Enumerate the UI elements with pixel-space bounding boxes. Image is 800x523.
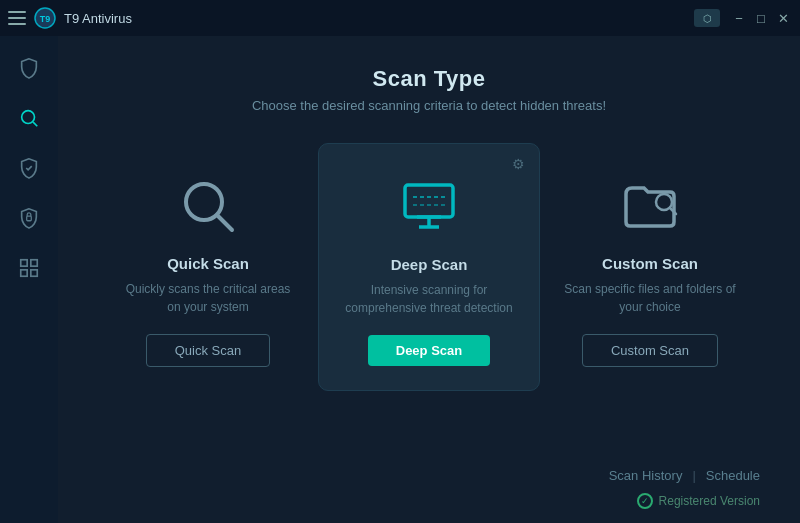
shield-icon [18, 57, 40, 84]
svg-rect-11 [405, 185, 453, 217]
svg-rect-8 [31, 269, 37, 275]
quick-scan-icon [173, 171, 243, 241]
settings-icon[interactable]: ⚙ [512, 156, 525, 172]
sidebar-item-security[interactable] [9, 200, 49, 240]
schedule-link[interactable]: Schedule [706, 468, 760, 483]
custom-scan-desc: Scan specific files and folders of your … [560, 280, 740, 316]
deep-scan-button[interactable]: Deep Scan [368, 335, 490, 366]
minimize-button[interactable]: − [730, 9, 748, 27]
quick-scan-desc: Quickly scans the critical areas on your… [118, 280, 298, 316]
close-button[interactable]: ✕ [774, 9, 792, 27]
app-logo-icon: T9 [34, 7, 56, 29]
deep-scan-icon [394, 172, 464, 242]
registered-label: Registered Version [659, 494, 760, 508]
sidebar [0, 36, 58, 523]
tray-icon[interactable]: ⬡ [694, 9, 720, 27]
page-subtitle: Choose the desired scanning criteria to … [252, 98, 606, 113]
app-title: T9 Antivirus [64, 11, 132, 26]
footer-links: Scan History | Schedule [609, 468, 760, 483]
title-bar-controls: ⬡ − □ ✕ [694, 9, 792, 27]
svg-rect-7 [21, 269, 27, 275]
maximize-button[interactable]: □ [752, 9, 770, 27]
sidebar-item-shield[interactable] [9, 50, 49, 90]
sidebar-item-tools[interactable] [9, 250, 49, 290]
footer-divider: | [692, 468, 695, 483]
check-shield-icon [18, 157, 40, 184]
quick-scan-card: Quick Scan Quickly scans the critical ar… [98, 143, 318, 391]
custom-scan-icon [615, 171, 685, 241]
svg-text:T9: T9 [40, 14, 51, 24]
svg-rect-4 [27, 216, 32, 221]
deep-scan-desc: Intensive scanning for comprehensive thr… [339, 281, 519, 317]
grid-icon [18, 257, 40, 284]
svg-point-2 [22, 110, 35, 123]
search-icon [18, 107, 40, 134]
custom-scan-card: Custom Scan Scan specific files and fold… [540, 143, 760, 391]
lock-shield-icon [18, 207, 40, 234]
deep-scan-card: ⚙ Deep Scan Intensive scanning for compr [318, 143, 540, 391]
scan-history-link[interactable]: Scan History [609, 468, 683, 483]
quick-scan-title: Quick Scan [167, 255, 249, 272]
custom-scan-button[interactable]: Custom Scan [582, 334, 718, 367]
sidebar-item-scan[interactable] [9, 100, 49, 140]
title-bar: T9 T9 Antivirus ⬡ − □ ✕ [0, 0, 800, 36]
check-circle-icon: ✓ [637, 493, 653, 509]
custom-scan-title: Custom Scan [602, 255, 698, 272]
title-bar-left: T9 T9 Antivirus [8, 7, 132, 29]
main-layout: Scan Type Choose the desired scanning cr… [0, 36, 800, 523]
svg-line-10 [217, 215, 232, 230]
quick-scan-button[interactable]: Quick Scan [146, 334, 270, 367]
svg-rect-5 [21, 259, 27, 265]
page-title: Scan Type [373, 66, 486, 92]
content-area: Scan Type Choose the desired scanning cr… [58, 36, 800, 523]
svg-line-3 [33, 122, 37, 126]
deep-scan-title: Deep Scan [391, 256, 468, 273]
scan-cards-container: Quick Scan Quickly scans the critical ar… [98, 143, 760, 391]
svg-rect-6 [31, 259, 37, 265]
hamburger-menu-icon[interactable] [8, 11, 26, 25]
sidebar-item-protection[interactable] [9, 150, 49, 190]
registered-badge: ✓ Registered Version [637, 493, 760, 509]
